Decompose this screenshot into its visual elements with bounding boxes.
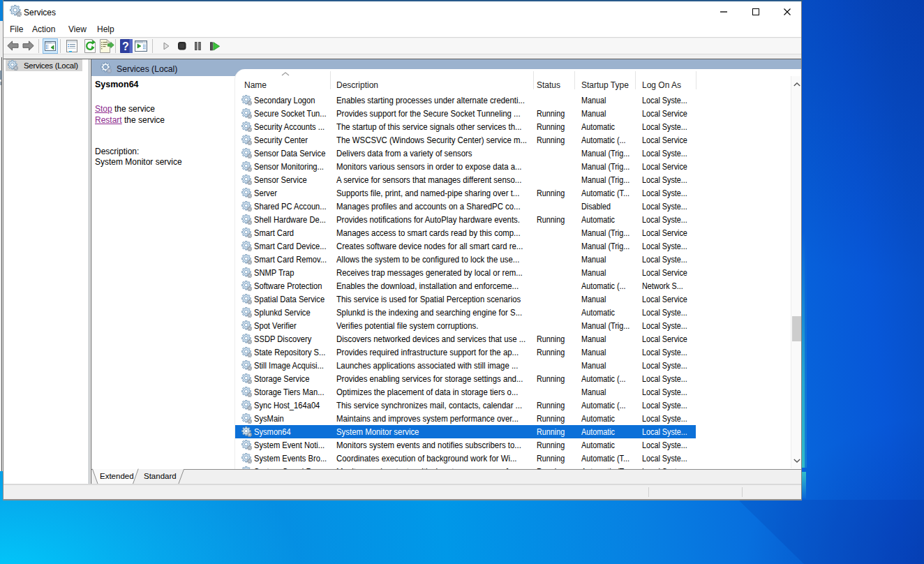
svg-text:?: ? [122,40,129,52]
